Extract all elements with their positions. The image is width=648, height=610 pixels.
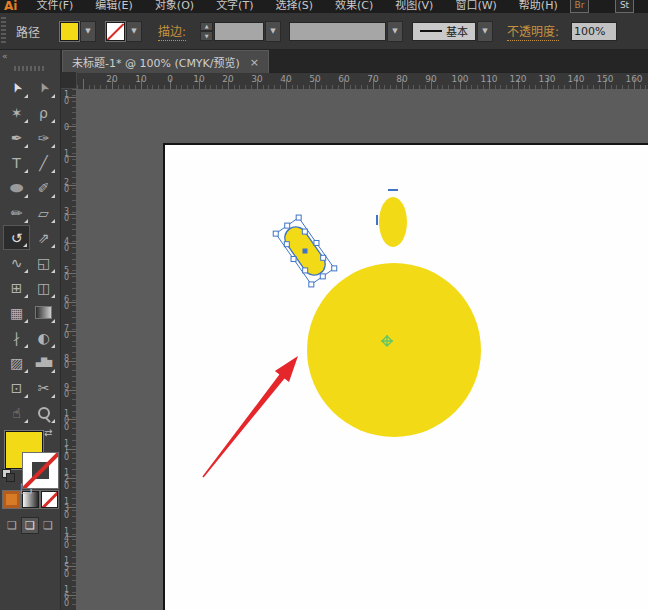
width-profile-combo[interactable] <box>289 22 386 41</box>
ellipse-tool[interactable]: ● <box>3 175 30 200</box>
symbol-sprayer-tool[interactable]: ▨ <box>3 350 30 375</box>
none-button[interactable] <box>41 491 58 508</box>
shape-builder-tool[interactable]: ⊞ <box>3 275 30 300</box>
stroke-color-swatch[interactable] <box>106 22 125 41</box>
stroke-weight-dropdown-icon[interactable]: ▼ <box>265 21 281 42</box>
selection-center-point[interactable] <box>303 249 308 254</box>
app-bar-button-st[interactable]: St <box>615 0 634 13</box>
h-ruler-label: 130 <box>538 74 555 84</box>
app-logo: Ai <box>0 0 25 13</box>
draw-behind-button[interactable]: ❏ <box>21 517 39 534</box>
brush-dropdown-icon[interactable]: ▼ <box>477 21 493 42</box>
v-ruler-label: 60 <box>62 295 71 309</box>
column-graph-tool[interactable]: ▄█▆ <box>30 350 57 375</box>
menu-item[interactable]: 帮助(H) <box>508 0 569 13</box>
v-ruler-label: 80 <box>62 354 71 368</box>
curvature-pen-tool[interactable]: ✑ <box>30 125 57 150</box>
selection-handle[interactable] <box>284 242 289 247</box>
selection-handle[interactable] <box>302 229 307 234</box>
selection-tool[interactable]: ➤ <box>3 75 30 100</box>
slice-tool[interactable]: ✂ <box>30 375 57 400</box>
draw-normal-button[interactable]: ❏ <box>3 517 21 534</box>
v-ruler-label: 120 <box>62 467 71 488</box>
magic-wand-tool[interactable]: ✶ <box>3 100 30 125</box>
menu-item[interactable]: 效果(C) <box>324 0 384 13</box>
lasso-tool[interactable]: ρ <box>30 100 57 125</box>
draw-inside-button[interactable]: ❏ <box>39 517 57 534</box>
menu-item[interactable]: 对象(O) <box>144 0 205 13</box>
gradient-tool[interactable] <box>30 300 57 325</box>
width-tool[interactable]: ∿ <box>3 250 30 275</box>
selection-handle[interactable] <box>321 255 326 260</box>
opacity-label[interactable]: 不透明度: <box>507 22 559 41</box>
stroke-color-dropdown-icon[interactable]: ▼ <box>126 21 142 42</box>
color-button[interactable] <box>3 491 20 508</box>
column-graph-tool-icon: ▄█▆ <box>36 358 51 367</box>
stroke-label[interactable]: 描边: <box>158 22 186 41</box>
selection-handle[interactable] <box>285 223 290 228</box>
hand-tool[interactable]: ☝ <box>3 400 30 425</box>
scale-tool[interactable]: ⇗ <box>30 225 57 250</box>
panel-grip[interactable] <box>14 66 44 71</box>
fill-color-swatch[interactable] <box>60 22 79 41</box>
pen-tool[interactable]: ✒ <box>3 125 30 150</box>
menu-item[interactable]: 文字(T) <box>205 0 264 13</box>
type-tool[interactable]: T <box>3 150 30 175</box>
anchor-dash <box>388 189 398 191</box>
stroke-swatch[interactable] <box>22 452 59 489</box>
selection-handle[interactable] <box>320 274 325 279</box>
opacity-input[interactable] <box>571 22 617 41</box>
menu-right: BrSt <box>570 0 648 13</box>
mesh-tool[interactable]: ▦ <box>3 300 30 325</box>
selection-handle[interactable] <box>296 215 301 220</box>
h-ruler-label: 20 <box>222 74 233 84</box>
swap-fill-stroke-icon[interactable]: ⇄ <box>44 427 52 438</box>
vertical-ruler[interactable]: 1001020304050607080901001101201301401501… <box>60 88 76 610</box>
menu-item[interactable]: 视图(V) <box>384 0 444 13</box>
line-segment-tool[interactable]: ╱ <box>30 150 57 175</box>
menu-item[interactable]: 编辑(E) <box>84 0 144 13</box>
stroke-weight-combo[interactable] <box>214 22 264 41</box>
control-bar: 路径 ▼ ▼ 描边: ▲▼ ▼ ▼ 基本 ▼ 不透明度: <box>0 13 648 50</box>
rotate-tool[interactable]: ↺ <box>3 225 30 250</box>
menu-item[interactable]: 文件(F) <box>25 0 84 13</box>
paintbrush-tool[interactable]: ✐ <box>30 175 57 200</box>
menu-item[interactable]: 窗口(W) <box>444 0 507 13</box>
selection-handle[interactable] <box>303 268 308 273</box>
panel-collapse-icon[interactable]: « <box>2 51 6 61</box>
horizontal-ruler[interactable]: 2010010203040506070809010011012013014015… <box>60 72 648 89</box>
selection-handle[interactable] <box>309 282 314 287</box>
big-yellow-circle[interactable] <box>307 263 481 437</box>
artboard-tool-icon: ⊡ <box>11 380 23 396</box>
tab-close-icon[interactable]: × <box>250 56 259 69</box>
zoom-tool[interactable] <box>30 400 57 425</box>
eraser-tool[interactable]: ▱ <box>30 200 57 225</box>
blend-tool[interactable]: ◐ <box>30 325 57 350</box>
brush-definition-combo[interactable]: 基本 <box>412 22 476 41</box>
default-fill-stroke-icon[interactable] <box>2 469 11 478</box>
document-tab[interactable]: 未标题-1* @ 100% (CMYK/预览) × <box>62 50 269 73</box>
selection-handle[interactable] <box>332 266 337 271</box>
selection-handle[interactable] <box>273 231 278 236</box>
width-profile-dropdown-icon[interactable]: ▼ <box>387 21 403 42</box>
free-transform-tool[interactable]: ◱ <box>30 250 57 275</box>
fill-color-dropdown-icon[interactable]: ▼ <box>80 21 96 42</box>
stroke-weight-stepper[interactable]: ▲▼ <box>200 22 213 41</box>
eyedropper-tool[interactable]: ∤ <box>3 325 30 350</box>
small-yellow-ellipse[interactable] <box>379 197 407 247</box>
pencil-tool[interactable]: ✏ <box>3 200 30 225</box>
h-ruler-label: 20 <box>106 74 117 84</box>
app-bar-button-br[interactable]: Br <box>570 0 589 13</box>
canvas[interactable] <box>76 88 648 610</box>
direct-selection-tool[interactable]: ➤ <box>30 75 57 100</box>
v-ruler-label: 40 <box>62 237 71 251</box>
artboard-tool[interactable]: ⊡ <box>3 375 30 400</box>
menu-item[interactable]: 选择(S) <box>264 0 324 13</box>
selection-handle[interactable] <box>314 240 319 245</box>
perspective-grid-tool[interactable]: ◫ <box>30 275 57 300</box>
ruler-corner[interactable] <box>60 72 77 89</box>
selection-handle[interactable] <box>291 257 296 262</box>
v-ruler-label: 140 <box>62 526 71 547</box>
direct-selection-tool-icon: ➤ <box>34 79 52 95</box>
control-bar-grip[interactable] <box>1 17 6 45</box>
